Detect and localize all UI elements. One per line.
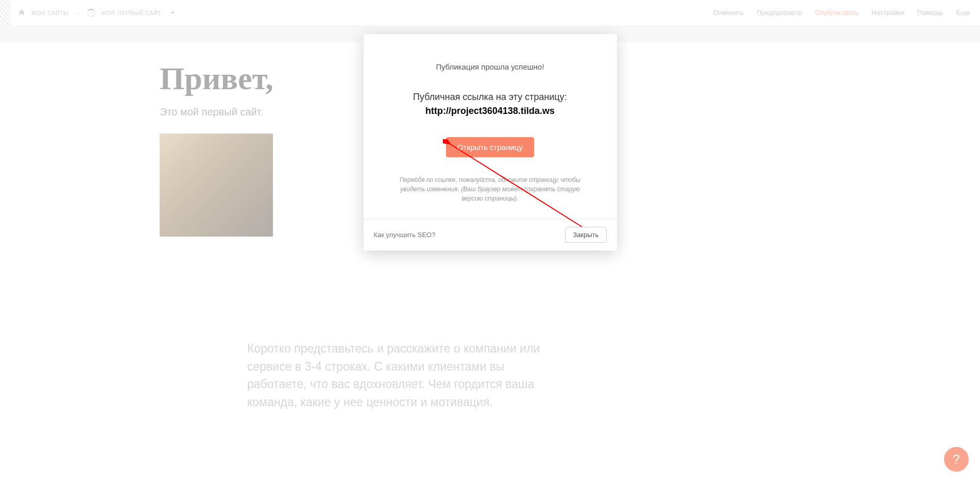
open-page-button[interactable]: Открыть страницу (446, 137, 534, 157)
modal-public-url[interactable]: http://project3604138.tilda.ws (379, 106, 601, 116)
modal-body: Публикация прошла успешно! Публичная ссы… (364, 34, 617, 219)
modal-link-label: Публичная ссылка на эту страницу: (379, 92, 601, 103)
modal-footer: Как улучшить SEO? Закрыть (364, 219, 617, 251)
close-button[interactable]: Закрыть (565, 227, 606, 243)
help-bubble-button[interactable]: ? (944, 447, 969, 472)
modal-success-message: Публикация прошла успешно! (379, 62, 601, 71)
publish-success-modal: Публикация прошла успешно! Публичная ссы… (364, 34, 617, 251)
modal-hint: Перейдя по ссылке, пожалуйста, обновите … (395, 175, 586, 203)
seo-improvement-link[interactable]: Как улучшить SEO? (374, 231, 436, 239)
